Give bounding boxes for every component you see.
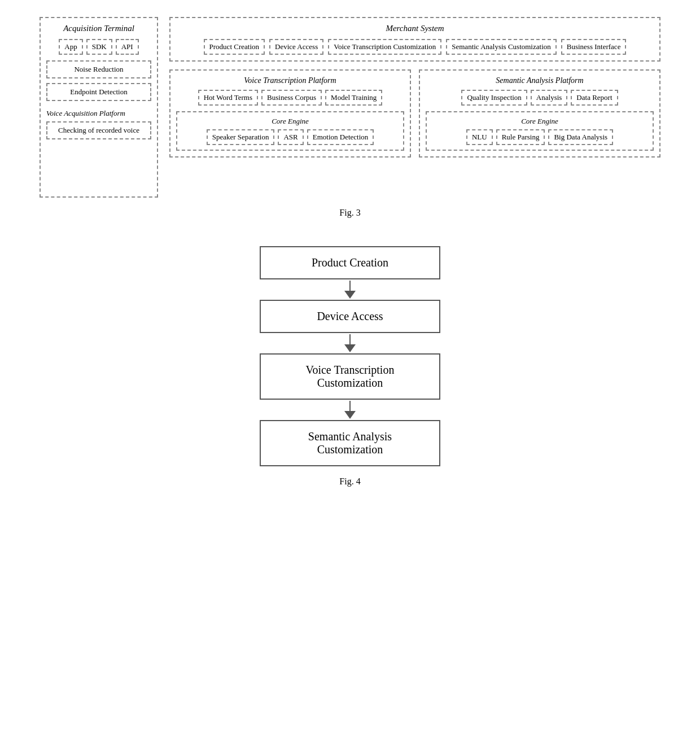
icon-sdk: SDK	[86, 39, 112, 55]
merchant-semantic-analysis: Semantic Analysis Customization	[446, 39, 557, 55]
fig4-container: Product Creation Device Access Voice Tra…	[11, 246, 689, 492]
sap-core-items: NLU Rule Parsing Big Data Analysis	[431, 129, 648, 145]
noise-reduction-box: Noise Reduction	[46, 60, 151, 78]
merchant-device-access: Device Access	[269, 39, 323, 55]
vtp-emotion-detection: Emotion Detection	[307, 129, 374, 145]
vtp-model-training: Model Training	[325, 90, 382, 106]
flow-box-semantic-analysis: Semantic AnalysisCustomization	[260, 420, 440, 466]
arrow-line-1	[349, 281, 351, 291]
sap-items: Quality Inspection Analysis Data Report	[426, 90, 654, 106]
vtp-items: Hot Word Terms Business Corpus Model Tra…	[176, 90, 404, 106]
arrow-line-3	[349, 401, 351, 411]
vtp-business-corpus: Business Corpus	[261, 90, 322, 106]
fig3-label: Fig. 3	[339, 208, 360, 218]
vtp-title: Voice Transcription Platform	[176, 76, 404, 85]
acq-terminal-icons: App SDK API	[46, 39, 151, 55]
sap-title: Semantic Analysis Platform	[426, 76, 654, 85]
fig3-container: Acquisition Terminal App SDK API Noise R…	[40, 17, 660, 224]
merchant-wrapper: Merchant System Product Creation Device …	[169, 17, 660, 158]
arrow-line-2	[349, 334, 351, 344]
arrow-head-3	[344, 411, 356, 419]
vtp-hot-word: Hot Word Terms	[198, 90, 258, 106]
acquisition-terminal: Acquisition Terminal App SDK API Noise R…	[40, 17, 158, 198]
arrow-head-2	[344, 344, 356, 352]
arrow-2	[344, 334, 356, 352]
icon-api: API	[116, 39, 139, 55]
fig3-diagrams: Acquisition Terminal App SDK API Noise R…	[40, 17, 660, 198]
merchant-items: Product Creation Device Access Voice Tra…	[178, 39, 651, 55]
merchant-voice-transcription: Voice Transcription Customization	[328, 39, 441, 55]
vap-section: Voice Acquisition Platform Checking of r…	[46, 109, 151, 139]
sap-core-engine-title: Core Engine	[431, 117, 648, 126]
vap-title: Voice Acquisition Platform	[46, 109, 151, 118]
endpoint-detection-box: Endpoint Detection	[46, 83, 151, 101]
sap-quality-inspection: Quality Inspection	[461, 90, 527, 106]
acq-terminal-title: Acquisition Terminal	[46, 24, 151, 33]
sap-analysis: Analysis	[531, 90, 568, 106]
fig4-label: Fig. 4	[339, 476, 360, 487]
sap-rule-parsing: Rule Parsing	[496, 129, 545, 145]
flow-box-device-access: Device Access	[260, 300, 440, 333]
merchant-system-title: Merchant System	[178, 24, 651, 33]
semantic-analysis-platform: Semantic Analysis Platform Quality Inspe…	[419, 69, 660, 158]
sap-nlu: NLU	[466, 129, 493, 145]
checking-recorded-voice-box: Checking of recorded voice	[46, 121, 151, 139]
vtp-core-engine-title: Core Engine	[182, 117, 399, 126]
merchant-business-interface: Business Interface	[561, 39, 627, 55]
vtp-asr: ASR	[278, 129, 303, 145]
voice-transcription-platform: Voice Transcription Platform Hot Word Te…	[169, 69, 411, 158]
platforms-row: Voice Transcription Platform Hot Word Te…	[169, 69, 660, 158]
arrow-1	[344, 281, 356, 299]
sap-big-data: Big Data Analysis	[548, 129, 613, 145]
flow-box-product-creation: Product Creation	[260, 246, 440, 279]
sap-core-engine: Core Engine NLU Rule Parsing Big Data An…	[426, 111, 654, 151]
flow-box-voice-transcription: Voice TranscriptionCustomization	[260, 353, 440, 400]
arrow-head-1	[344, 291, 356, 299]
vtp-core-items: Speaker Separation ASR Emotion Detection	[182, 129, 399, 145]
merchant-product-creation: Product Creation	[204, 39, 265, 55]
icon-app: App	[59, 39, 82, 55]
vtp-core-engine: Core Engine Speaker Separation ASR Emoti…	[176, 111, 404, 151]
sap-data-report: Data Report	[571, 90, 618, 106]
vtp-speaker-separation: Speaker Separation	[207, 129, 275, 145]
merchant-system: Merchant System Product Creation Device …	[169, 17, 660, 62]
arrow-3	[344, 401, 356, 419]
